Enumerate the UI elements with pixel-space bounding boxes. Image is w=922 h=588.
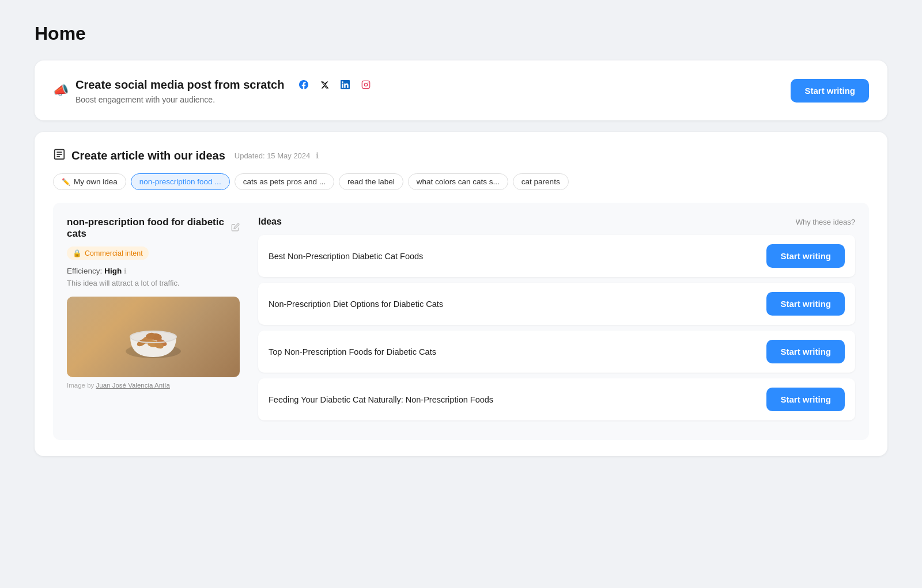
image-credit: Image by Juan José Valencia Antía [67,382,240,389]
social-card-left: 📣 Create social media post from scratch [53,77,374,104]
ideas-heading: Ideas [258,217,282,227]
topic-title-text: non-prescription food for diabetic cats [67,217,226,240]
social-icons-group [296,77,374,93]
linkedin-icon[interactable] [337,77,353,93]
instagram-icon[interactable] [358,77,374,93]
lock-icon: 🔒 [73,249,82,257]
article-card-header: Create article with our ideas Updated: 1… [53,148,869,163]
content-right-panel: Ideas Why these ideas? Best Non-Prescrip… [258,217,855,426]
svg-point-1 [365,83,368,86]
commercial-intent-badge: 🔒 Commercial intent [67,246,149,260]
tab-my-own-idea[interactable]: ✏️ My own idea [53,173,126,190]
idea-text-4: Feeding Your Diabetic Cat Naturally: Non… [269,395,493,404]
page-title: Home [35,23,887,44]
svg-point-2 [368,82,368,83]
ideas-header: Ideas Why these ideas? [258,217,855,227]
start-writing-button-2[interactable]: Start writing [766,292,845,316]
idea-row: Best Non-Prescription Diabetic Cat Foods… [258,235,855,277]
idea-text-2: Non-Prescription Diet Options for Diabet… [269,299,443,309]
tab-non-prescription[interactable]: non-prescription food ... [131,173,230,190]
social-media-card: 📣 Create social media post from scratch [35,60,887,120]
tab-label-read-the-label: read the label [347,177,395,186]
info-icon[interactable]: ℹ [316,151,319,160]
image-credit-prefix: Image by [67,382,94,389]
pencil-icon: ✏️ [62,178,70,186]
tab-label-cat-parents: cat parents [522,177,560,186]
efficiency-row: Efficiency: High ℹ [67,267,240,275]
start-writing-button-3[interactable]: Start writing [766,340,845,363]
twitter-x-icon[interactable] [316,77,332,93]
topic-tabs: ✏️ My own idea non-prescription food ...… [53,173,869,190]
article-image [67,297,240,377]
tab-what-colors[interactable]: what colors can cats s... [408,173,508,190]
efficiency-value: High [104,267,122,275]
why-ideas-link[interactable]: Why these ideas? [796,218,855,226]
start-writing-button-1[interactable]: Start writing [766,244,845,268]
topic-title: non-prescription food for diabetic cats [67,217,240,240]
svg-rect-0 [362,81,370,88]
efficiency-description: This idea will attract a lot of traffic. [67,279,240,287]
idea-row: Top Non-Prescription Foods for Diabetic … [258,331,855,373]
efficiency-label: Efficiency: [67,267,102,275]
idea-row: Feeding Your Diabetic Cat Naturally: Non… [258,378,855,420]
image-credit-link[interactable]: Juan José Valencia Antía [96,382,170,389]
idea-text-3: Top Non-Prescription Foods for Diabetic … [269,347,436,356]
content-left-panel: non-prescription food for diabetic cats … [67,217,240,426]
tab-label-cats-as-pets: cats as pets pros and ... [243,177,326,186]
megaphone-icon: 📣 [53,83,69,98]
content-area: non-prescription food for diabetic cats … [53,203,869,440]
updated-badge: Updated: 15 May 2024 [235,151,311,160]
tab-label-non-prescription: non-prescription food ... [139,177,221,186]
tab-label-what-colors: what colors can cats s... [417,177,500,186]
tab-read-the-label[interactable]: read the label [339,173,403,190]
social-card-title-text: Create social media post from scratch [75,78,284,92]
idea-text-1: Best Non-Prescription Diabetic Cat Foods [269,252,423,261]
social-card-title-group: Create social media post from scratch [75,77,374,104]
article-card-heading: Create article with our ideas [71,149,225,162]
article-card: Create article with our ideas Updated: 1… [35,132,887,456]
article-icon [53,148,66,163]
tab-cat-parents[interactable]: cat parents [513,173,569,190]
badge-label: Commercial intent [85,249,143,257]
tab-label-my-own-idea: My own idea [74,177,118,186]
facebook-icon[interactable] [296,77,312,93]
idea-row: Non-Prescription Diet Options for Diabet… [258,283,855,325]
edit-topic-icon[interactable] [231,223,240,233]
social-card-subtitle: Boost engagement with your audience. [75,95,374,104]
tab-cats-as-pets[interactable]: cats as pets pros and ... [235,173,334,190]
efficiency-info-icon[interactable]: ℹ [124,267,127,275]
social-start-writing-button[interactable]: Start writing [791,79,869,103]
start-writing-button-4[interactable]: Start writing [766,388,845,411]
social-card-heading: Create social media post from scratch [75,77,374,93]
